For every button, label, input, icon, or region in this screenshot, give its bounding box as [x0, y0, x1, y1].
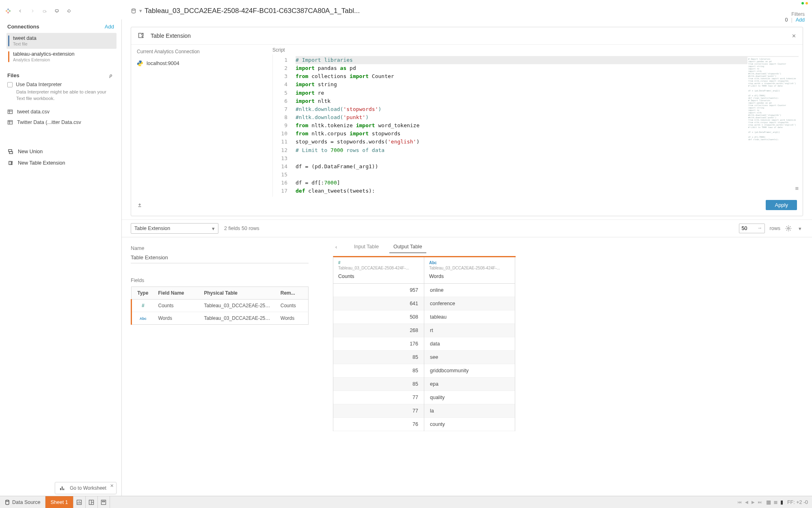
- back-icon[interactable]: ‹: [333, 244, 339, 250]
- data-cell-words[interactable]: griddbcommunity: [424, 364, 515, 378]
- grid-view-icon[interactable]: ▦: [766, 499, 771, 505]
- table-icon: [7, 119, 13, 126]
- data-cell-counts[interactable]: 85: [333, 351, 424, 364]
- svg-rect-31: [102, 500, 106, 504]
- svg-rect-15: [8, 121, 13, 124]
- close-icon[interactable]: ✕: [110, 483, 114, 488]
- table-select-dropdown[interactable]: Table Extension ▾: [131, 223, 218, 234]
- data-cell-counts[interactable]: 85: [333, 364, 424, 378]
- sheet-tabstrip: Data Source Sheet 1 ⏮◀▶⏭ ▦ ≣ ▮ FF: +2 -0: [0, 496, 812, 508]
- bar-chart-icon: [59, 485, 66, 491]
- connection-item[interactable]: tweet dataText file: [6, 33, 117, 49]
- number-type-icon: #: [338, 261, 419, 265]
- data-cell-words[interactable]: see: [424, 351, 515, 364]
- filmstrip-view-icon[interactable]: ▮: [780, 499, 783, 505]
- data-cell-counts[interactable]: 76: [333, 418, 424, 431]
- filters-label: Filters: [785, 11, 805, 17]
- svg-point-23: [6, 500, 9, 501]
- table-extension-card: Table Extension ✕ Current Analytics Conn…: [131, 27, 803, 216]
- sheet-nav-arrows[interactable]: ⏮◀▶⏭: [738, 500, 762, 504]
- new-dashboard-button[interactable]: [86, 496, 98, 508]
- caret-down-icon[interactable]: ▾: [139, 8, 142, 14]
- svg-rect-32: [102, 501, 105, 502]
- desktop-preview-button[interactable]: [54, 8, 60, 14]
- refresh-button[interactable]: [66, 8, 72, 14]
- chevron-down-icon[interactable]: ▾: [797, 225, 803, 232]
- data-cell-words[interactable]: epa: [424, 378, 515, 391]
- data-cell-counts[interactable]: 641: [333, 297, 424, 310]
- data-cell-counts[interactable]: 77: [333, 391, 424, 404]
- list-view-icon[interactable]: ≣: [773, 499, 778, 505]
- tab-output-table[interactable]: Output Table: [392, 241, 424, 253]
- analytics-host: localhost:9004: [147, 61, 179, 66]
- data-cell-counts[interactable]: 268: [333, 324, 424, 337]
- data-cell-words[interactable]: conference: [424, 297, 515, 310]
- editor-menu-icon[interactable]: ≡: [795, 184, 799, 193]
- svg-rect-9: [55, 9, 58, 11]
- data-cell-counts[interactable]: 85: [333, 378, 424, 391]
- fields-row[interactable]: # Counts Tableau_03_DCCA2EAE-2508... Cou…: [132, 300, 309, 312]
- connection-item[interactable]: tableau-analytics-extensionAnalytics Ext…: [6, 49, 117, 65]
- data-cell-words[interactable]: data: [424, 337, 515, 351]
- close-icon[interactable]: ✕: [792, 33, 796, 39]
- analytics-connection-label: Current Analytics Connection: [137, 49, 267, 54]
- data-cell-words[interactable]: county: [424, 418, 515, 431]
- use-data-interpreter-label: Use Data Interpreter: [16, 82, 62, 87]
- data-cell-words[interactable]: tableau: [424, 310, 515, 324]
- new-story-button[interactable]: [98, 496, 110, 508]
- forward-button[interactable]: [29, 8, 36, 14]
- data-cell-words[interactable]: rt: [424, 324, 515, 337]
- file-item[interactable]: tweet data.csv: [7, 106, 114, 117]
- files-heading: Files: [7, 72, 19, 78]
- fields-table: Type Field Name Physical Table Rem... # …: [131, 287, 309, 325]
- use-data-interpreter-checkbox[interactable]: [7, 82, 13, 87]
- tab-input-table[interactable]: Input Table: [352, 241, 380, 253]
- table-control-bar: Table Extension ▾ 2 fields 50 rows → row…: [122, 219, 812, 237]
- table-summary: 2 fields 50 rows: [224, 226, 259, 231]
- column-words[interactable]: Words: [429, 274, 510, 279]
- column-counts[interactable]: Counts: [338, 274, 419, 279]
- data-cell-counts[interactable]: 957: [333, 284, 424, 297]
- table-extension-title: Table Extension: [151, 33, 191, 39]
- search-icon[interactable]: ρ: [108, 72, 114, 78]
- fields-row[interactable]: Abc Words Tableau_03_DCCA2EAE-2508... Wo…: [132, 312, 309, 325]
- data-cell-counts[interactable]: 176: [333, 337, 424, 351]
- code-editor[interactable]: 1234567891011121314151617 # Import libra…: [272, 54, 803, 197]
- data-cell-words[interactable]: quality: [424, 391, 515, 404]
- svg-point-20: [139, 61, 139, 61]
- tab-sheet-1[interactable]: Sheet 1: [45, 496, 73, 508]
- table-name-input[interactable]: [131, 253, 309, 263]
- tableau-logo-icon: [5, 8, 11, 14]
- go-to-worksheet-hint: Go to Worksheet ✕: [55, 482, 117, 494]
- chevron-down-icon: ▾: [212, 226, 215, 232]
- name-field-label: Name: [131, 245, 309, 251]
- apply-button[interactable]: Apply: [766, 200, 797, 210]
- connections-add-link[interactable]: Add: [105, 24, 114, 30]
- data-cell-counts[interactable]: 508: [333, 310, 424, 324]
- tab-data-source[interactable]: Data Source: [0, 496, 45, 508]
- string-type-icon: Abc: [429, 261, 510, 265]
- new-worksheet-button[interactable]: [73, 496, 86, 508]
- new-union-button[interactable]: New Union: [7, 146, 43, 157]
- data-cell-counts[interactable]: 77: [333, 404, 424, 418]
- connections-heading: Connections: [7, 24, 39, 30]
- workbook-title: Tableau_03_DCCA2EAE-2508-424F-BC01-C63C3…: [145, 7, 360, 15]
- fields-heading: Fields: [131, 278, 309, 283]
- svg-point-11: [132, 9, 136, 10]
- hint-label: Go to Worksheet: [70, 485, 106, 491]
- ff-status: FF: +2 -0: [787, 499, 808, 505]
- code-minimap[interactable]: # Import librariesimport pandas as pdfro…: [747, 57, 800, 122]
- data-cell-words[interactable]: la: [424, 404, 515, 418]
- save-button[interactable]: [41, 8, 48, 14]
- arrow-right-icon: →: [757, 225, 762, 231]
- file-item[interactable]: Twitter Data (...itter Data.csv: [7, 117, 114, 128]
- database-icon: [5, 499, 10, 506]
- data-cell-words[interactable]: online: [424, 284, 515, 297]
- svg-point-22: [788, 228, 789, 229]
- export-icon[interactable]: [137, 202, 143, 208]
- filters-count: 0: [785, 17, 788, 23]
- new-table-extension-button[interactable]: New Table Extension: [7, 157, 65, 169]
- back-button[interactable]: [17, 8, 24, 14]
- gear-icon[interactable]: [785, 225, 792, 232]
- filters-add-link[interactable]: Add: [796, 17, 805, 23]
